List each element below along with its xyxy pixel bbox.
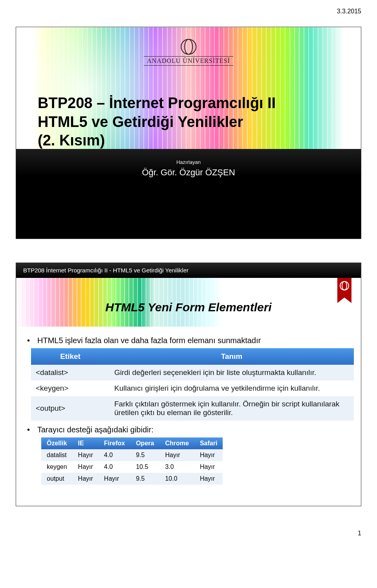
slide1-title-line3: (2. Kısım) xyxy=(38,131,339,150)
cell: 9.5 xyxy=(130,449,159,461)
university-logo: ANADOLU ÜNİVERSİTESİ xyxy=(144,39,233,66)
table-row: <datalist> Girdi değerleri seçenekleri i… xyxy=(31,365,354,380)
cell: Hayır xyxy=(73,461,99,473)
cell-tag: <keygen> xyxy=(31,380,110,396)
table-row: keygen Hayır 4.0 10.5 3.0 Hayır xyxy=(41,461,223,473)
col-opera: Opera xyxy=(130,437,159,449)
table-header-row: Etiket Tanım xyxy=(31,348,354,365)
table-row: <output> Farklı çıktıları göstermek için… xyxy=(31,396,354,421)
col-safari: Safari xyxy=(194,437,223,449)
author-name: Öğr. Gör. Özgür ÖZŞEN xyxy=(16,167,361,178)
slide-2: BTP208 İnternet Programcılığı II - HTML5… xyxy=(16,263,361,506)
page-date: 3.3.2015 xyxy=(16,8,361,15)
page-number: 1 xyxy=(16,530,361,537)
col-firefox: Firefox xyxy=(99,437,130,449)
table-header-row: Özellik IE Firefox Opera Chrome Safari xyxy=(41,437,223,449)
cell: keygen xyxy=(41,461,73,473)
table-row: output Hayır Hayır 9.5 10.0 Hayır xyxy=(41,473,223,485)
table-row: <keygen> Kullanıcı girişleri için doğrul… xyxy=(31,380,354,396)
cell-desc: Farklı çıktıları göstermek için kullanıl… xyxy=(110,396,354,421)
university-name: ANADOLU ÜNİVERSİTESİ xyxy=(144,56,233,66)
globe-icon xyxy=(181,39,196,55)
slide1-title-line2: HTML5 ve Getirdiği Yenilikler xyxy=(38,113,339,132)
bullet-intro: HTML5 işlevi fazla olan ve daha fazla fo… xyxy=(27,336,350,345)
slide2-title: HTML5 Yeni Form Elementleri xyxy=(16,301,361,314)
slide2-header-area: BTP208 İnternet Programcılığı II - HTML5… xyxy=(16,263,361,326)
col-tanim: Tanım xyxy=(110,348,354,365)
slide2-breadcrumb-bar: BTP208 İnternet Programcılığı II - HTML5… xyxy=(16,263,361,278)
cell: Hayır xyxy=(194,473,223,485)
cell: 3.0 xyxy=(159,461,194,473)
cell: Hayır xyxy=(194,449,223,461)
col-chrome: Chrome xyxy=(159,437,194,449)
slide-1: ANADOLU ÜNİVERSİTESİ BTP208 – İnternet P… xyxy=(16,27,361,239)
cell: Hayır xyxy=(194,461,223,473)
cell: Hayır xyxy=(73,449,99,461)
slide1-title-line1: BTP208 – İnternet Programcılığı II xyxy=(38,94,339,113)
slide1-footer-band: Hazırlayan Öğr. Gör. Özgür ÖZŞEN xyxy=(16,149,361,239)
cell: Hayır xyxy=(73,473,99,485)
bullet-browser-support: Tarayıcı desteği aşağıdaki gibidir: xyxy=(27,425,350,434)
cell-tag: <datalist> xyxy=(31,365,110,380)
cell: Hayır xyxy=(99,473,130,485)
col-ozellik: Özellik xyxy=(41,437,73,449)
prepared-by-label: Hazırlayan xyxy=(16,159,361,165)
cell: 4.0 xyxy=(99,461,130,473)
col-ie: IE xyxy=(73,437,99,449)
col-etiket: Etiket xyxy=(31,348,110,365)
cell: Hayır xyxy=(159,449,194,461)
browser-support-table: Özellik IE Firefox Opera Chrome Safari d… xyxy=(41,437,223,485)
cell: 9.5 xyxy=(130,473,159,485)
slide2-breadcrumb: BTP208 İnternet Programcılığı II - HTML5… xyxy=(23,267,188,274)
cell: 10.5 xyxy=(130,461,159,473)
cell: datalist xyxy=(41,449,73,461)
table-row: datalist Hayır 4.0 9.5 Hayır Hayır xyxy=(41,449,223,461)
slide2-body: HTML5 işlevi fazla olan ve daha fazla fo… xyxy=(16,326,361,492)
ribbon-bookmark xyxy=(337,278,351,298)
elements-table: Etiket Tanım <datalist> Girdi değerleri … xyxy=(31,348,354,421)
cell: 10.0 xyxy=(159,473,194,485)
cell-desc: Kullanıcı girişleri için doğrulama ve ye… xyxy=(110,380,354,396)
globe-icon xyxy=(340,281,349,290)
cell-desc: Girdi değerleri seçenekleri için bir lis… xyxy=(110,365,354,380)
cell: output xyxy=(41,473,73,485)
cell: 4.0 xyxy=(99,449,130,461)
cell-tag: <output> xyxy=(31,396,110,421)
